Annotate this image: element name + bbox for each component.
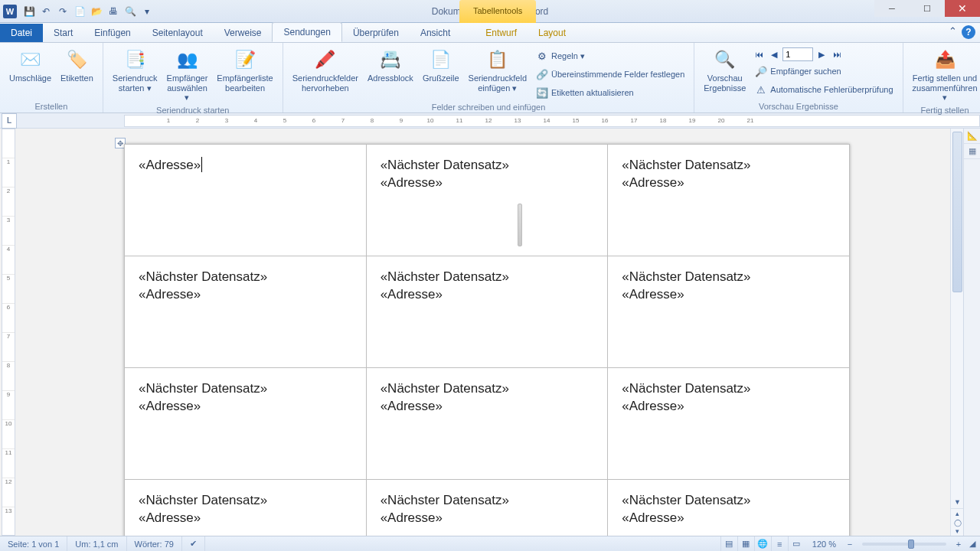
record-number-input[interactable] bbox=[782, 47, 813, 61]
group-felder: 🖍️Seriendruckfelder hervorheben 📇Adressb… bbox=[283, 43, 695, 112]
tab-start[interactable]: Start bbox=[43, 24, 83, 42]
scroll-down-button[interactable]: ▼ bbox=[951, 495, 964, 508]
side-panel-icon[interactable]: ▦ bbox=[964, 144, 980, 159]
fehlerpruefung-button[interactable]: ⚠Automatische Fehlerüberprüfung bbox=[752, 81, 896, 98]
maximize-button[interactable]: ☐ bbox=[910, 0, 945, 17]
label-cell[interactable]: «Nächster Datensatz»«Adresse» bbox=[366, 480, 608, 536]
error-check-icon: ⚠ bbox=[755, 83, 767, 96]
tab-seitenlayout[interactable]: Seitenlayout bbox=[142, 24, 214, 42]
regeln-button[interactable]: ⚙Regeln ▾ bbox=[533, 47, 688, 64]
tab-ansicht[interactable]: Ansicht bbox=[410, 24, 461, 42]
vertical-scrollbar[interactable]: ▲ ▼ ▴ ◯ ▾ bbox=[950, 129, 963, 536]
zoom-level[interactable]: 120 % bbox=[805, 536, 844, 551]
view-outline[interactable]: ≡ bbox=[771, 536, 788, 552]
group-label-felder: Felder schreiben und einfügen bbox=[289, 101, 688, 112]
seriendruckfeld-einfuegen-button[interactable]: 📋Seriendruckfeld einfügen ▾ bbox=[466, 46, 530, 94]
qat-more[interactable]: ▾ bbox=[139, 4, 155, 19]
felder-hervorheben-button[interactable]: 🖍️Seriendruckfelder hervorheben bbox=[289, 46, 361, 94]
qat-redo[interactable]: ↷ bbox=[55, 4, 70, 19]
seriendruck-starten-button[interactable]: 📑Seriendruck starten ▾ bbox=[109, 46, 161, 94]
tab-file[interactable]: Datei bbox=[0, 24, 43, 42]
view-print-layout[interactable]: ▤ bbox=[720, 536, 737, 552]
group-vorschau: 🔍Vorschau Ergebnisse ⏮ ◀ ▶ ⏭ 🔎Empfänger … bbox=[694, 43, 903, 112]
next-record-field: «Nächster Datensatz» bbox=[622, 380, 835, 398]
ribbon-tabs: Datei Start Einfügen Seitenlayout Verwei… bbox=[0, 23, 980, 43]
zoom-in-button[interactable]: + bbox=[952, 540, 965, 549]
qat-save[interactable]: 💾 bbox=[21, 4, 37, 19]
label-cell[interactable]: «Nächster Datensatz»«Adresse» bbox=[366, 256, 608, 368]
tab-sendungen[interactable]: Sendungen bbox=[272, 22, 341, 42]
tab-entwurf[interactable]: Entwurf bbox=[475, 24, 528, 42]
umschlaege-button[interactable]: ✉️Umschläge bbox=[6, 46, 54, 85]
document-page[interactable]: «Adresse»«Nächster Datensatz»«Adresse»«N… bbox=[124, 144, 850, 536]
zoom-knob[interactable] bbox=[908, 540, 914, 549]
autocomplete-tooltip bbox=[518, 204, 522, 246]
status-page[interactable]: Seite: 1 von 1 bbox=[0, 536, 67, 551]
label-cell[interactable]: «Nächster Datensatz»«Adresse» bbox=[125, 368, 367, 480]
group-seriendruck-starten: 📑Seriendruck starten ▾ 👥Empfänger auswäh… bbox=[103, 43, 283, 112]
tab-selector[interactable]: L bbox=[2, 113, 17, 129]
qat-undo[interactable]: ↶ bbox=[38, 4, 54, 19]
empfaenger-auswaehlen-button[interactable]: 👥Empfänger auswählen ▾ bbox=[164, 46, 211, 104]
label-cell[interactable]: «Nächster Datensatz»«Adresse» bbox=[608, 256, 850, 368]
edit-list-icon: 📝 bbox=[233, 47, 257, 72]
next-record-button[interactable]: ▶ bbox=[815, 47, 828, 61]
label-cell[interactable]: «Nächster Datensatz»«Adresse» bbox=[125, 256, 367, 368]
status-proofing[interactable]: ✔ bbox=[182, 536, 205, 551]
label-cell[interactable]: «Nächster Datensatz»«Adresse» bbox=[366, 368, 608, 480]
next-record-field: «Nächster Datensatz» bbox=[139, 380, 352, 398]
adressblock-button[interactable]: 📇Adressblock bbox=[364, 46, 416, 85]
prev-record-button[interactable]: ◀ bbox=[767, 47, 781, 61]
tab-layout[interactable]: Layout bbox=[528, 24, 577, 42]
qat-preview[interactable]: 🔍 bbox=[122, 4, 138, 19]
empfaengerliste-bearbeiten-button[interactable]: 📝Empfängerliste bearbeiten bbox=[214, 46, 276, 94]
address-field: «Adresse» bbox=[139, 157, 352, 174]
status-words[interactable]: Wörter: 79 bbox=[127, 536, 182, 551]
zoom-slider[interactable] bbox=[862, 543, 946, 546]
label-cell[interactable]: «Adresse» bbox=[125, 145, 367, 256]
side-ruler-icon[interactable]: 📐 bbox=[964, 129, 980, 144]
fertig-stellen-button[interactable]: 📤Fertig stellen und zusammenführen ▾ bbox=[910, 46, 980, 104]
view-full-screen[interactable]: ▦ bbox=[737, 536, 754, 552]
view-draft[interactable]: ▭ bbox=[788, 536, 805, 552]
etiketten-aktualisieren-button[interactable]: 🔄Etiketten aktualisieren bbox=[533, 84, 688, 101]
envelope-icon: ✉️ bbox=[18, 47, 43, 72]
group-label-erstellen: Erstellen bbox=[6, 100, 96, 111]
label-cell[interactable]: «Nächster Datensatz»«Adresse» bbox=[608, 145, 850, 256]
close-button[interactable]: ✕ bbox=[945, 0, 980, 17]
label-cell[interactable]: «Nächster Datensatz»«Adresse» bbox=[125, 480, 367, 536]
status-bar: Seite: 1 von 1 Um: 1,1 cm Wörter: 79 ✔ ▤… bbox=[0, 536, 980, 551]
label-cell[interactable]: «Nächster Datensatz»«Adresse» bbox=[608, 368, 850, 480]
help-icon[interactable]: ? bbox=[962, 25, 975, 39]
browse-object-button[interactable]: ◯ bbox=[951, 518, 964, 527]
qat-print[interactable]: 🖶 bbox=[106, 4, 121, 19]
label-cell[interactable]: «Nächster Datensatz»«Adresse» bbox=[608, 480, 850, 536]
grusszeile-button[interactable]: 📄Grußzeile bbox=[420, 46, 462, 85]
vorschau-ergebnisse-button[interactable]: 🔍Vorschau Ergebnisse bbox=[701, 46, 749, 94]
felder-festlegen-button[interactable]: 🔗Übereinstimmende Felder festlegen bbox=[533, 66, 688, 83]
minimize-ribbon-icon[interactable]: ⌃ bbox=[949, 25, 957, 39]
qat-new[interactable]: 📄 bbox=[72, 4, 87, 19]
status-position[interactable]: Um: 1,1 cm bbox=[67, 536, 126, 551]
tab-ueberpruefen[interactable]: Überprüfen bbox=[342, 24, 410, 42]
prev-page-button[interactable]: ▴ bbox=[951, 509, 964, 518]
horizontal-ruler[interactable]: 123456789101112131415161718192021 bbox=[124, 115, 980, 127]
address-field: «Adresse» bbox=[139, 510, 352, 527]
label-cell[interactable]: «Nächster Datensatz»«Adresse» bbox=[366, 145, 608, 256]
vertical-ruler[interactable]: 12345678910111213 bbox=[2, 129, 15, 536]
address-field: «Adresse» bbox=[381, 398, 594, 416]
next-page-button[interactable]: ▾ bbox=[951, 527, 964, 536]
tab-einfuegen[interactable]: Einfügen bbox=[83, 24, 141, 42]
minimize-button[interactable]: ─ bbox=[874, 0, 910, 17]
scroll-thumb[interactable] bbox=[952, 132, 962, 292]
zoom-out-button[interactable]: − bbox=[844, 540, 856, 549]
last-record-button[interactable]: ⏭ bbox=[830, 47, 844, 61]
empfaenger-suchen-button[interactable]: 🔎Empfänger suchen bbox=[752, 63, 896, 80]
tab-verweise[interactable]: Verweise bbox=[214, 24, 273, 42]
resize-grip[interactable]: ◢ bbox=[965, 539, 980, 549]
view-web[interactable]: 🌐 bbox=[754, 536, 771, 552]
qat-open[interactable]: 📂 bbox=[89, 4, 104, 19]
etiketten-button[interactable]: 🏷️Etiketten bbox=[57, 46, 96, 85]
next-record-field: «Nächster Datensatz» bbox=[381, 157, 594, 174]
first-record-button[interactable]: ⏮ bbox=[752, 47, 766, 61]
